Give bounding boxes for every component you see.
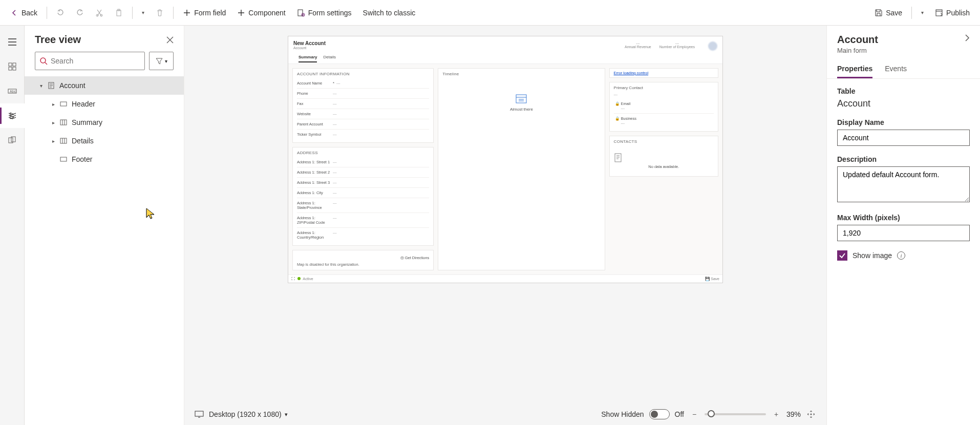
plus-icon	[183, 9, 191, 17]
svg-rect-10	[13, 67, 16, 70]
form-settings-label: Form settings	[308, 9, 352, 17]
timeline-message: Almost there	[442, 107, 600, 112]
tree-close-button[interactable]	[166, 36, 174, 44]
add-form-field-button[interactable]: Form field	[178, 6, 231, 20]
form-preview[interactable]: New Account Account Summary Details ---A…	[288, 36, 723, 283]
add-component-button[interactable]: Component	[232, 6, 290, 20]
fit-to-screen-button[interactable]	[806, 409, 816, 419]
section-primary-contact[interactable]: Primary Contact --- 🔒Email --- 🔒Business…	[609, 82, 718, 132]
zoom-out-button[interactable]: −	[689, 409, 699, 419]
section-icon	[59, 100, 68, 108]
show-image-checkbox[interactable]	[837, 250, 847, 261]
save-dropdown[interactable]: ▾	[916, 7, 929, 18]
section-title: ACCOUNT INFORMATION	[297, 72, 429, 76]
undo-icon	[56, 9, 65, 17]
section-map[interactable]: ◎ Get Directions Map is disabled for thi…	[292, 250, 434, 270]
paste-dropdown[interactable]: ▾	[137, 7, 150, 18]
svg-rect-19	[60, 138, 67, 143]
back-button[interactable]: Back	[5, 6, 42, 20]
publish-button[interactable]: Publish	[930, 6, 975, 20]
tree-node-summary[interactable]: ▸ Summary	[25, 113, 184, 132]
tree-node-details[interactable]: ▸ Details	[25, 132, 184, 150]
tree-filter-button[interactable]: ▾	[149, 52, 174, 70]
zoom-in-button[interactable]: +	[771, 409, 781, 419]
switch-to-classic-button[interactable]: Switch to classic	[358, 6, 421, 20]
error-loading-link[interactable]: Error loading control	[614, 71, 649, 75]
tree-node-label: Header	[72, 100, 95, 108]
redo-button[interactable]	[71, 6, 89, 20]
section-contacts[interactable]: CONTACTS No data available.	[609, 136, 718, 177]
section-timeline[interactable]: Timeline Almost there	[438, 68, 605, 270]
display-name-input[interactable]	[837, 130, 970, 146]
primary-contact-value: ---	[614, 91, 714, 99]
form-settings-button[interactable]: Form settings	[292, 6, 357, 20]
publish-icon	[935, 9, 943, 17]
svg-rect-18	[60, 120, 67, 125]
form-icon	[47, 81, 55, 90]
tree-title: Tree view	[35, 34, 81, 46]
tree-node-header[interactable]: ▸ Header	[25, 95, 184, 113]
tree-node-label: Summary	[72, 118, 102, 126]
canvas-footer: Desktop (1920 x 1080) ▾ Show Hidden Off …	[184, 403, 826, 425]
tree-node-footer[interactable]: ▸ Footer	[25, 150, 184, 168]
show-hidden-toggle[interactable]	[649, 409, 670, 419]
tree-node-label: Footer	[72, 155, 92, 163]
description-input[interactable]	[837, 166, 970, 202]
trash-icon	[156, 9, 164, 17]
tree-search[interactable]	[35, 52, 145, 70]
chevron-down-icon: ▾	[37, 83, 45, 89]
delete-button[interactable]	[151, 6, 169, 20]
svg-rect-23	[195, 411, 203, 416]
svg-rect-8	[13, 63, 16, 66]
contacts-empty-msg: No data available.	[614, 164, 714, 169]
tree-node-account[interactable]: ▾ Account	[25, 76, 184, 95]
cut-button[interactable]	[90, 6, 109, 20]
section-account-info[interactable]: ACCOUNT INFORMATION Account Name*--- Pho…	[292, 68, 434, 143]
avatar	[708, 41, 717, 51]
resolution-dropdown[interactable]: Desktop (1920 x 1080) ▾	[209, 410, 288, 418]
show-hidden-label: Show Hidden	[601, 410, 644, 418]
publish-label: Publish	[946, 9, 970, 17]
section-address[interactable]: ADDRESS Address 1: Street 1--- Address 1…	[292, 147, 434, 246]
undo-button[interactable]	[51, 6, 70, 20]
preview-tab-details[interactable]: Details	[323, 53, 335, 62]
lock-icon: 🔒	[615, 101, 620, 106]
rail-hamburger[interactable]	[0, 30, 25, 54]
section-icon	[59, 155, 68, 163]
svg-rect-17	[60, 102, 67, 106]
svg-rect-21	[516, 95, 526, 103]
save-icon[interactable]: 💾	[705, 277, 710, 281]
empty-icon	[614, 153, 714, 162]
preview-tab-summary[interactable]: Summary	[299, 53, 317, 62]
filter-icon	[156, 57, 163, 65]
rail-tree-view[interactable]	[0, 103, 25, 128]
show-image-label: Show image	[853, 251, 892, 260]
section-error[interactable]: Error loading control	[609, 68, 718, 78]
back-arrow-icon	[10, 9, 18, 17]
info-icon[interactable]: i	[897, 251, 905, 260]
tab-properties[interactable]: Properties	[837, 60, 872, 78]
rail-components[interactable]	[0, 54, 25, 79]
svg-rect-2	[117, 10, 121, 16]
form-settings-icon	[297, 9, 305, 17]
rail-library[interactable]	[0, 128, 25, 153]
form-field-label: Form field	[194, 9, 226, 17]
tab-events[interactable]: Events	[885, 60, 907, 78]
plus-icon	[237, 9, 245, 17]
properties-panel: Account Main form Properties Events Tabl…	[826, 26, 980, 425]
max-width-input[interactable]	[837, 225, 970, 241]
max-width-label: Max Width (pixels)	[837, 214, 970, 222]
collapse-panel-button[interactable]	[965, 34, 970, 42]
cut-icon	[95, 9, 103, 17]
section-title: Primary Contact	[614, 86, 714, 90]
paste-button[interactable]	[110, 6, 128, 20]
zoom-slider[interactable]	[705, 413, 766, 415]
tree-panel: Tree view ▾ ▾	[25, 26, 184, 425]
expand-icon[interactable]: ⛶	[291, 277, 295, 281]
tree-search-input[interactable]	[51, 57, 140, 65]
timeline-icon	[515, 94, 527, 104]
rail-fields[interactable]: Abc	[0, 79, 25, 103]
table-label: Table	[837, 87, 970, 95]
svg-rect-9	[9, 67, 12, 70]
save-button[interactable]: Save	[869, 6, 907, 20]
